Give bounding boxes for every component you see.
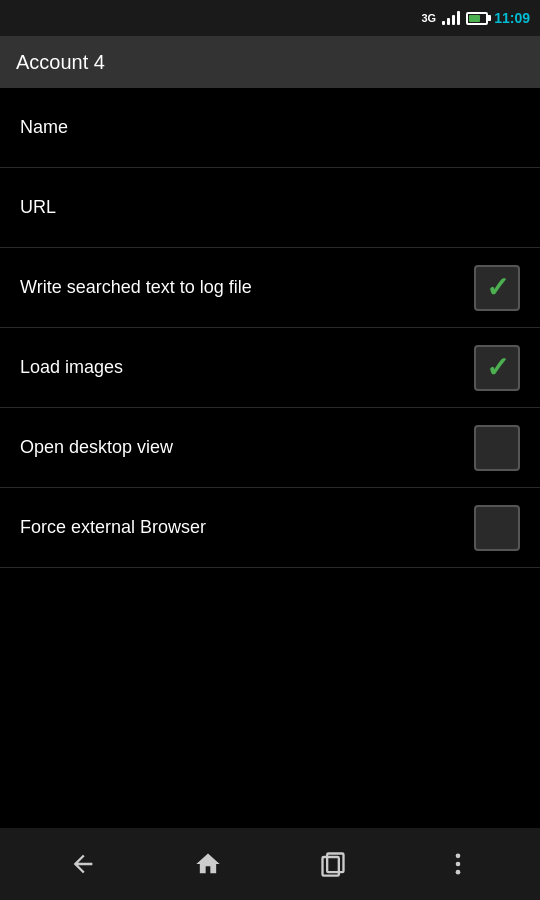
settings-item-external-browser[interactable]: Force external Browser bbox=[0, 488, 540, 568]
clock: 11:09 bbox=[494, 10, 530, 26]
page-title: Account 4 bbox=[16, 51, 105, 74]
settings-item-url[interactable]: URL bbox=[0, 168, 540, 248]
load-images-checkmark: ✓ bbox=[486, 354, 509, 382]
settings-item-url-label: URL bbox=[20, 197, 520, 218]
write-log-checkmark: ✓ bbox=[486, 274, 509, 302]
desktop-view-checkbox[interactable] bbox=[474, 425, 520, 471]
svg-point-4 bbox=[455, 870, 460, 875]
svg-point-2 bbox=[455, 854, 460, 859]
settings-list: Name URL Write searched text to log file… bbox=[0, 88, 540, 568]
external-browser-checkbox[interactable] bbox=[474, 505, 520, 551]
write-log-checkbox[interactable]: ✓ bbox=[474, 265, 520, 311]
home-icon bbox=[194, 850, 222, 878]
settings-item-desktop-view[interactable]: Open desktop view bbox=[0, 408, 540, 488]
signal-bars-icon bbox=[442, 11, 460, 25]
status-bar: 3G 11:09 bbox=[0, 0, 540, 36]
load-images-checkbox[interactable]: ✓ bbox=[474, 345, 520, 391]
settings-item-name-label: Name bbox=[20, 117, 520, 138]
recents-icon bbox=[319, 850, 347, 878]
settings-item-desktop-view-label: Open desktop view bbox=[20, 437, 474, 458]
more-button[interactable] bbox=[433, 839, 483, 889]
settings-item-name[interactable]: Name bbox=[0, 88, 540, 168]
nav-bar bbox=[0, 828, 540, 900]
more-dots-icon bbox=[444, 850, 472, 878]
signal-label: 3G bbox=[422, 12, 437, 24]
battery-icon bbox=[466, 12, 488, 25]
svg-point-3 bbox=[455, 862, 460, 867]
settings-item-load-images[interactable]: Load images ✓ bbox=[0, 328, 540, 408]
settings-item-write-log-label: Write searched text to log file bbox=[20, 277, 474, 298]
back-arrow-icon bbox=[69, 850, 97, 878]
settings-item-write-log[interactable]: Write searched text to log file ✓ bbox=[0, 248, 540, 328]
title-bar: Account 4 bbox=[0, 36, 540, 88]
settings-item-load-images-label: Load images bbox=[20, 357, 474, 378]
settings-item-external-browser-label: Force external Browser bbox=[20, 517, 474, 538]
recents-button[interactable] bbox=[308, 839, 358, 889]
home-button[interactable] bbox=[183, 839, 233, 889]
back-button[interactable] bbox=[58, 839, 108, 889]
